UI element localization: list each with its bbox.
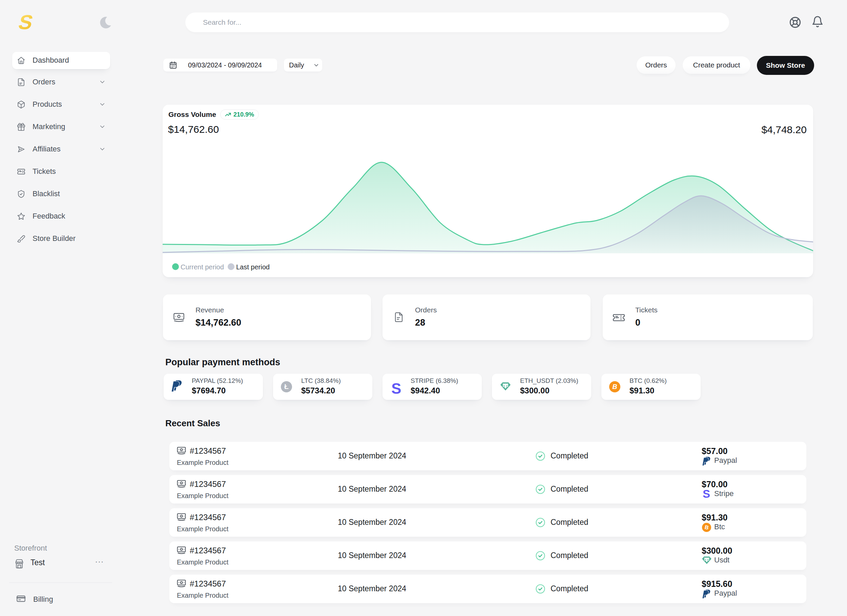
svg-text:S: S (16, 11, 34, 32)
